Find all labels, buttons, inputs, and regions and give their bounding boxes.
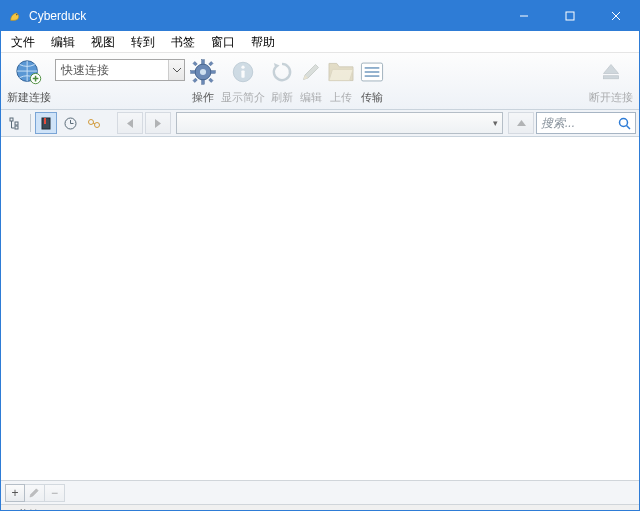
menu-bookmark[interactable]: 书签 [163,31,203,52]
view-bookmarks-button[interactable] [35,112,57,134]
globe-plus-icon [14,57,44,87]
svg-rect-27 [15,126,18,129]
nav-up-button[interactable] [508,112,534,134]
svg-rect-19 [241,70,244,77]
triangle-up-icon [517,119,526,127]
bonjour-icon [87,117,101,130]
menu-bar: 文件 编辑 视图 转到 书签 窗口 帮助 [1,31,639,53]
tree-icon [9,117,22,130]
gear-icon [189,58,217,86]
svg-rect-16 [209,78,213,82]
toolbar: 新建连接 快速连接 操作 显示简介 刷新 编辑 上传 传输 [1,53,639,110]
bookmark-icon [40,117,52,130]
transfers-button[interactable]: 传输 [359,55,385,105]
nav-forward-button[interactable] [145,112,171,134]
svg-rect-9 [202,60,205,64]
svg-rect-24 [604,76,619,79]
view-history-button[interactable] [59,112,81,134]
close-button[interactable] [593,1,639,31]
edit-bookmark-button[interactable] [25,484,45,502]
menu-view[interactable]: 视图 [83,31,123,52]
edit-button[interactable]: 编辑 [299,55,323,105]
menu-window[interactable]: 窗口 [203,31,243,52]
info-icon [230,59,256,85]
title-bar: Cyberduck [1,1,639,31]
pencil-icon [299,60,323,84]
menu-file[interactable]: 文件 [3,31,43,52]
triangle-left-icon [126,119,134,128]
remove-bookmark-button[interactable]: − [45,484,65,502]
svg-rect-11 [191,71,195,74]
svg-rect-25 [10,118,13,121]
svg-rect-15 [193,78,197,82]
svg-rect-29 [44,118,46,124]
window-controls [501,1,639,31]
chevron-down-icon: ▾ [493,118,498,128]
list-icon [359,60,385,84]
menu-go[interactable]: 转到 [123,31,163,52]
svg-point-31 [89,119,94,124]
disconnect-button[interactable]: 断开连接 [589,55,633,105]
quick-connect: 快速连接 [55,55,185,105]
search-icon [618,117,631,130]
maximize-button[interactable] [547,1,593,31]
svg-point-0 [16,14,17,15]
svg-rect-14 [209,62,213,66]
svg-rect-12 [211,71,215,74]
quick-connect-combo[interactable]: 快速连接 [55,59,185,81]
add-bookmark-button[interactable]: + [5,484,25,502]
new-connection-button[interactable]: 新建连接 [7,55,51,105]
view-bonjour-button[interactable] [83,112,105,134]
refresh-button[interactable]: 刷新 [269,55,295,105]
pencil-small-icon [29,487,40,498]
folder-up-icon [327,60,355,84]
triangle-right-icon [154,119,162,128]
app-icon [7,8,23,24]
clock-icon [64,117,77,130]
bookmark-edit-bar: + − [1,480,639,504]
quick-connect-text: 快速连接 [56,62,168,79]
svg-rect-26 [15,122,18,125]
minimize-button[interactable] [501,1,547,31]
svg-point-32 [95,122,100,127]
svg-point-8 [200,69,206,75]
svg-line-34 [627,125,631,129]
path-combo[interactable]: ▾ [176,112,503,134]
svg-rect-10 [202,80,205,84]
menu-edit[interactable]: 编辑 [43,31,83,52]
status-bar: 0 书签 [1,504,639,511]
window-title: Cyberduck [29,9,501,23]
view-outline-button[interactable] [4,112,26,134]
nav-back-button[interactable] [117,112,143,134]
upload-button[interactable]: 上传 [327,55,355,105]
svg-point-18 [241,66,244,69]
svg-rect-13 [193,62,197,66]
browser-content[interactable] [1,137,639,480]
svg-point-33 [620,118,628,126]
refresh-icon [269,59,295,85]
menu-help[interactable]: 帮助 [243,31,283,52]
dropdown-icon [168,60,184,80]
get-info-button[interactable]: 显示简介 [221,55,265,105]
search-input[interactable] [541,116,618,130]
svg-rect-2 [566,12,574,20]
navigation-bar: ▾ [1,110,639,137]
eject-icon [599,60,623,84]
search-field[interactable] [536,112,636,134]
